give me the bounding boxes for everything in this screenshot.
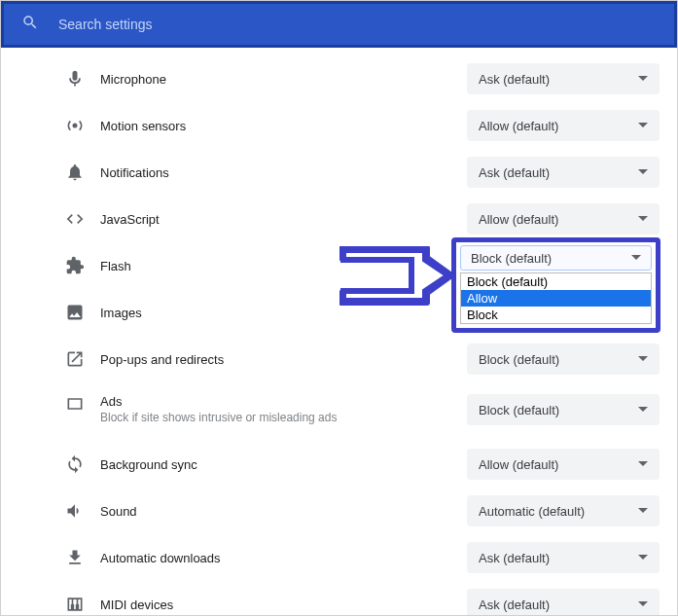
popup-icon bbox=[65, 349, 85, 369]
flash-dropdown-open: Block (default) Block (default) Allow Bl… bbox=[451, 237, 660, 333]
dropdown-flash[interactable]: Block (default) bbox=[460, 245, 652, 271]
row-popups: Pop-ups and redirects Block (default) bbox=[1, 336, 677, 382]
sync-icon bbox=[65, 454, 85, 474]
dropdown-automatic-downloads[interactable]: Ask (default) bbox=[467, 542, 660, 573]
label: Pop-ups and redirects bbox=[100, 352, 467, 367]
sublabel: Block if site shows intrusive or mislead… bbox=[100, 411, 467, 424]
dropdown-ads[interactable]: Block (default) bbox=[467, 394, 660, 425]
label: Motion sensors bbox=[100, 119, 467, 133]
chevron-down-icon bbox=[631, 253, 641, 263]
piano-icon bbox=[65, 595, 85, 614]
row-microphone: Microphone Ask (default) bbox=[1, 55, 677, 102]
row-background-sync: Background sync Allow (default) bbox=[1, 441, 677, 488]
row-midi: MIDI devices Ask (default) bbox=[1, 581, 677, 616]
dropdown-midi[interactable]: Ask (default) bbox=[467, 589, 660, 616]
annotation-arrow bbox=[339, 246, 456, 314]
row-javascript: JavaScript Allow (default) bbox=[1, 196, 677, 242]
flash-option-block[interactable]: Block bbox=[461, 307, 651, 323]
settings-list: Microphone Ask (default) Motion sensors … bbox=[1, 48, 677, 616]
motion-sensors-icon bbox=[65, 116, 85, 135]
label: JavaScript bbox=[100, 212, 467, 227]
search-input[interactable] bbox=[58, 17, 657, 32]
dropdown-popups[interactable]: Block (default) bbox=[467, 344, 660, 375]
search-bar bbox=[1, 1, 677, 48]
dropdown-microphone[interactable]: Ask (default) bbox=[467, 63, 660, 94]
row-notifications: Notifications Ask (default) bbox=[1, 149, 677, 196]
sound-icon bbox=[65, 501, 85, 521]
ads-icon bbox=[65, 394, 85, 414]
label: Microphone bbox=[100, 72, 467, 87]
extension-icon bbox=[65, 256, 85, 275]
row-motion-sensors: Motion sensors Allow (default) bbox=[1, 102, 677, 149]
dropdown-flash-value: Block (default) bbox=[471, 251, 552, 266]
dropdown-javascript[interactable]: Allow (default) bbox=[467, 203, 660, 235]
row-sound: Sound Automatic (default) bbox=[1, 488, 677, 534]
download-icon bbox=[65, 548, 85, 567]
dropdown-background-sync[interactable]: Allow (default) bbox=[467, 449, 660, 480]
flash-options-list: Block (default) Allow Block bbox=[460, 272, 652, 324]
label: Automatic downloads bbox=[100, 551, 467, 565]
label: Notifications bbox=[100, 165, 467, 180]
dropdown-sound[interactable]: Automatic (default) bbox=[467, 495, 660, 526]
search-icon bbox=[21, 14, 39, 35]
flash-option-allow[interactable]: Allow bbox=[461, 290, 651, 307]
row-ads: Ads Block if site shows intrusive or mis… bbox=[1, 382, 677, 441]
code-icon bbox=[65, 209, 85, 229]
label: Sound bbox=[100, 504, 467, 519]
microphone-icon bbox=[65, 69, 85, 89]
dropdown-motion-sensors[interactable]: Allow (default) bbox=[467, 110, 660, 141]
label: Ads bbox=[100, 394, 467, 409]
image-icon bbox=[65, 303, 85, 322]
dropdown-notifications[interactable]: Ask (default) bbox=[467, 157, 660, 188]
row-automatic-downloads: Automatic downloads Ask (default) bbox=[1, 534, 677, 581]
label: MIDI devices bbox=[100, 598, 467, 612]
label: Background sync bbox=[100, 457, 467, 472]
flash-option-block-default[interactable]: Block (default) bbox=[461, 273, 651, 290]
bell-icon bbox=[65, 163, 85, 182]
